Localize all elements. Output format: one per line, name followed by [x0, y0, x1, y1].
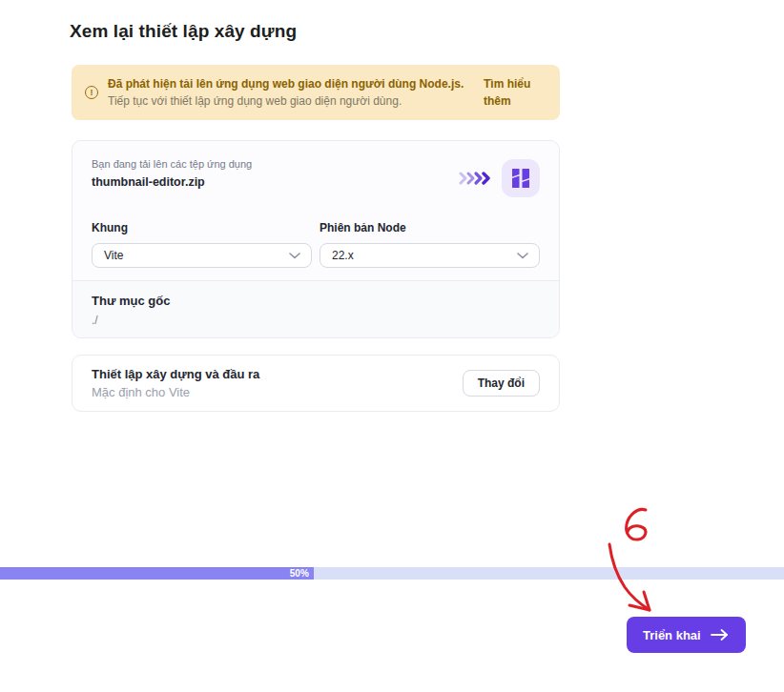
annotation-arrow-head — [629, 592, 650, 610]
root-directory-label: Thư mục gốc — [92, 294, 540, 308]
uploading-label: Bạn đang tải lên các tệp ứng dụng — [92, 158, 252, 170]
framework-select-value: Vite — [104, 249, 123, 262]
warning-text-regular: Tiếp tục với thiết lập ứng dụng web giao… — [108, 94, 402, 108]
progress-bar: 50% — [0, 567, 784, 580]
deploy-button[interactable]: Triển khai — [627, 617, 746, 653]
arrow-right-icon — [711, 629, 730, 641]
fast-forward-chevrons-icon — [459, 171, 493, 186]
build-options-row: Khung Vite Phiên bản Node 22.x — [92, 221, 540, 268]
upload-destination — [459, 159, 540, 197]
upload-info: Bạn đang tải lên các tệp ứng dụng thumbn… — [92, 158, 252, 189]
framework-field: Khung Vite — [92, 221, 312, 268]
build-settings-subtitle: Mặc định cho Vite — [92, 385, 259, 399]
build-settings-info: Thiết lập xây dựng và đầu ra Mặc định ch… — [92, 367, 259, 399]
alert-circle-icon: ! — [85, 86, 98, 99]
node-version-field: Phiên bản Node 22.x — [320, 221, 540, 268]
progress-percent-label: 50% — [290, 568, 314, 579]
upload-settings-card: Bạn đang tải lên các tệp ứng dụng thumbn… — [72, 140, 560, 338]
learn-more-link[interactable]: Tìm hiểu thêm — [484, 75, 543, 110]
deploy-button-label: Triển khai — [643, 628, 701, 642]
change-button[interactable]: Thay đổi — [463, 370, 540, 397]
build-settings-card: Thiết lập xây dựng và đầu ra Mặc định ch… — [72, 355, 560, 412]
build-settings-title: Thiết lập xây dựng và đầu ra — [92, 367, 259, 381]
root-directory-value: ./ — [92, 314, 540, 327]
framework-select[interactable]: Vite — [92, 243, 312, 268]
chevron-down-icon — [289, 253, 300, 259]
warning-banner: ! Đã phát hiện tải lên ứng dụng web giao… — [72, 65, 560, 120]
hostinger-logo-icon — [502, 159, 540, 197]
node-version-label: Phiên bản Node — [320, 221, 540, 234]
node-version-select-value: 22.x — [332, 249, 354, 262]
root-directory-section: Thư mục gốc ./ — [72, 280, 559, 337]
annotation-digit-six — [627, 509, 646, 539]
warning-text-bold: Đã phát hiện tải lên ứng dụng web giao d… — [108, 77, 464, 91]
upload-settings-top: Bạn đang tải lên các tệp ứng dụng thumbn… — [72, 141, 559, 268]
progress-fill: 50% — [0, 567, 314, 580]
uploaded-file-name: thumbnail-editor.zip — [92, 175, 252, 189]
page-title: Xem lại thiết lập xây dựng — [70, 21, 297, 42]
warning-text: Đã phát hiện tải lên ứng dụng web giao d… — [108, 75, 474, 110]
framework-label: Khung — [92, 221, 312, 234]
node-version-select[interactable]: 22.x — [320, 243, 540, 268]
chevron-down-icon — [517, 253, 528, 259]
upload-info-row: Bạn đang tải lên các tệp ứng dụng thumbn… — [92, 158, 540, 197]
